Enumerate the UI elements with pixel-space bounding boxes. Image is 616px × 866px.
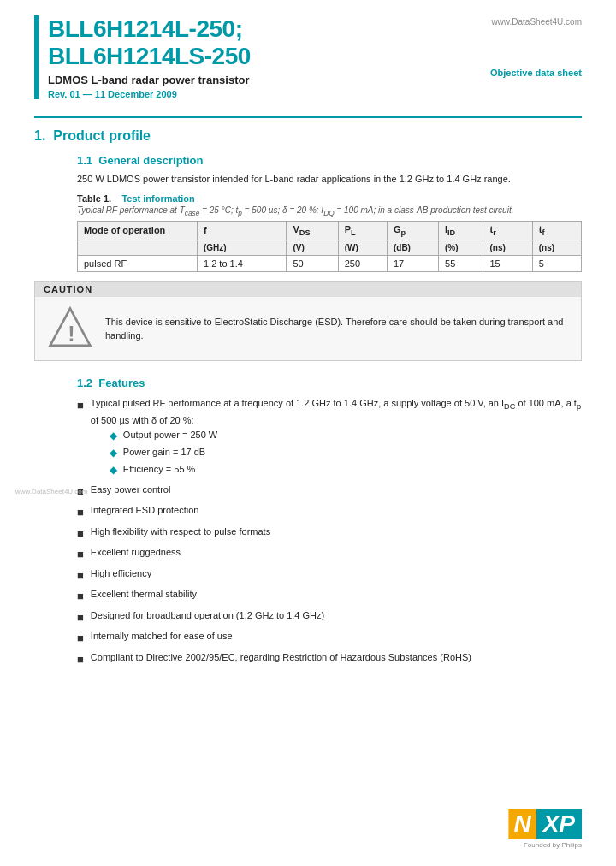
- table-note: Typical RF performance at Tcase = 25 °C;…: [77, 205, 582, 217]
- feature-item-2: ■ Easy power control: [77, 483, 582, 501]
- col-pl: PL: [338, 221, 387, 240]
- svg-text:!: !: [68, 322, 74, 346]
- caution-box: CAUTION ! This device is sensitive to El…: [34, 281, 582, 361]
- table-row: pulsed RF 1.2 to 1.4 50 250 17 55 15 5: [78, 256, 582, 272]
- feature-sub-2: ◆ Power gain = 17 dB: [110, 445, 582, 460]
- feature-text-8: Designed for broadband operation (1.2 GH…: [91, 608, 324, 623]
- table-caption: Table 1. Test information: [77, 193, 582, 204]
- diamond-bullet-3: ◆: [110, 462, 117, 477]
- subheader-tf: (ns): [532, 240, 581, 256]
- feature-sub-text-2: Power gain = 17 dB: [123, 445, 205, 460]
- caution-description: This device is sensitive to ElectroStati…: [105, 315, 569, 343]
- feature-text-7: Excellent thermal stability: [91, 587, 197, 602]
- col-tr: tr: [483, 221, 532, 240]
- feature-text-5: Excellent ruggedness: [91, 545, 181, 560]
- col-f: f: [198, 221, 287, 240]
- feature-item-4: ■ High flexibility with respect to pulse…: [77, 525, 582, 543]
- feature-item-5: ■ Excellent ruggedness: [77, 545, 582, 563]
- subheader-iid: (%): [439, 240, 483, 256]
- nxp-logo: N XP: [508, 809, 582, 839]
- product-title-line1: BLL6H1214L-250;: [48, 15, 251, 43]
- feature-text-4: High flexibility with respect to pulse f…: [91, 525, 270, 539]
- cell-gp: 17: [387, 256, 438, 272]
- feature-text-3: Integrated ESD protection: [91, 503, 199, 518]
- feature-item-8: ■ Designed for broadband operation (1.2 …: [77, 608, 582, 626]
- table-desc: Test information: [121, 193, 194, 204]
- nxp-xp-letters: XP: [536, 809, 582, 839]
- col-gp: Gp: [387, 221, 438, 240]
- feature-item-6: ■ High efficiency: [77, 566, 582, 584]
- subheader-mode: [78, 240, 198, 256]
- general-description-body: 250 W LDMOS power transistor intended fo…: [77, 172, 582, 187]
- header-title-block: BLL6H1214L-250; BLL6H1214LS-250 LDMOS L-…: [48, 15, 251, 99]
- feature-bullet-6: ■: [77, 567, 84, 584]
- diamond-bullet-2: ◆: [110, 445, 117, 460]
- feature-text-9: Internally matched for ease of use: [91, 629, 233, 644]
- caution-header: CAUTION: [35, 282, 581, 297]
- feature-bullet-8: ■: [77, 609, 84, 626]
- feature-bullet-1: ■: [77, 397, 84, 414]
- feature-text-6: High efficiency: [91, 566, 151, 581]
- feature-bullet-7: ■: [77, 588, 84, 605]
- subheader-gp: (dB): [387, 240, 438, 256]
- feature-item-1: ■ Typical pulsed RF performance at a fre…: [77, 396, 582, 478]
- cell-tf: 5: [532, 256, 581, 272]
- feature-sub-text-3: Efficiency = 55 %: [123, 462, 195, 477]
- subheader-pl: (W): [338, 240, 387, 256]
- cell-iid: 55: [439, 256, 483, 272]
- cell-pl: 250: [338, 256, 387, 272]
- feature-bullet-9: ■: [77, 630, 84, 647]
- revision-text: Rev. 01 — 11 December 2009: [48, 89, 251, 99]
- diamond-bullet-1: ◆: [110, 428, 117, 443]
- feature-bullet-3: ■: [77, 504, 84, 521]
- page: BLL6H1214L-250; BLL6H1214LS-250 LDMOS L-…: [0, 0, 616, 866]
- subheader-tr: (ns): [483, 240, 532, 256]
- section1-title: 1. Product profile: [0, 118, 616, 147]
- feature-subitems: ◆ Output power = 250 W ◆ Power gain = 17…: [110, 428, 582, 477]
- cell-vds: 50: [287, 256, 338, 272]
- website-text: www.DataSheet4U.com: [490, 17, 582, 27]
- header-right: www.DataSheet4U.com Objective data sheet: [490, 15, 582, 78]
- nxp-n-letter: N: [508, 809, 536, 839]
- feature-bullet-10: ■: [77, 651, 84, 668]
- subsection-1-1-title: 1.1 General description: [77, 154, 582, 167]
- subsection-1-1: 1.1 General description 250 W LDMOS powe…: [0, 147, 616, 272]
- table-label: Table 1.: [77, 193, 111, 204]
- test-info-table: Mode of operation f VDS PL Gp IID tr tf …: [77, 221, 582, 272]
- product-subtitle: LDMOS L-band radar power transistor: [48, 74, 251, 86]
- feature-text-10: Compliant to Directive 2002/95/EC, regar…: [91, 650, 471, 665]
- subsection-1-2-title: 1.2 Features: [77, 377, 582, 389]
- warning-triangle-icon: !: [47, 305, 93, 352]
- subheader-vds: (V): [287, 240, 338, 256]
- subsection-1-2: 1.2 Features ■ Typical pulsed RF perform…: [0, 370, 616, 667]
- col-iid: IID: [439, 221, 483, 240]
- header-left: BLL6H1214L-250; BLL6H1214LS-250 LDMOS L-…: [34, 15, 251, 99]
- caution-body: ! This device is sensitive to ElectroSta…: [35, 297, 581, 360]
- feature-sub-3: ◆ Efficiency = 55 %: [110, 462, 582, 477]
- feature-bullet-5: ■: [77, 546, 84, 563]
- feature-item-9: ■ Internally matched for ease of use: [77, 629, 582, 647]
- feature-sub-1: ◆ Output power = 250 W: [110, 428, 582, 443]
- cell-f: 1.2 to 1.4: [198, 256, 287, 272]
- col-vds: VDS: [287, 221, 338, 240]
- cell-tr: 15: [483, 256, 532, 272]
- col-tf: tf: [532, 221, 581, 240]
- feature-item-7: ■ Excellent thermal stability: [77, 587, 582, 605]
- feature-sub-text-1: Output power = 250 W: [123, 428, 217, 442]
- feature-item-3: ■ Integrated ESD protection: [77, 503, 582, 521]
- watermark: www.DataSheet4U.com: [15, 488, 87, 495]
- feature-bullet-4: ■: [77, 525, 84, 543]
- cell-mode: pulsed RF: [78, 256, 198, 272]
- header-accent-bar: [34, 15, 39, 99]
- header: BLL6H1214L-250; BLL6H1214LS-250 LDMOS L-…: [0, 0, 616, 108]
- feature-text-1: Typical pulsed RF performance at a frequ…: [91, 396, 582, 478]
- feature-text-2: Easy power control: [91, 483, 171, 497]
- product-title-line2: BLL6H1214LS-250: [48, 43, 251, 70]
- feature-item-10: ■ Compliant to Directive 2002/95/EC, reg…: [77, 650, 582, 668]
- subheader-f: (GHz): [198, 240, 287, 256]
- footer-logo: N XP Founded by Philips: [508, 809, 582, 849]
- nxp-tagline: Founded by Philips: [524, 841, 582, 849]
- objective-label: Objective data sheet: [490, 68, 582, 78]
- col-mode: Mode of operation: [78, 221, 198, 240]
